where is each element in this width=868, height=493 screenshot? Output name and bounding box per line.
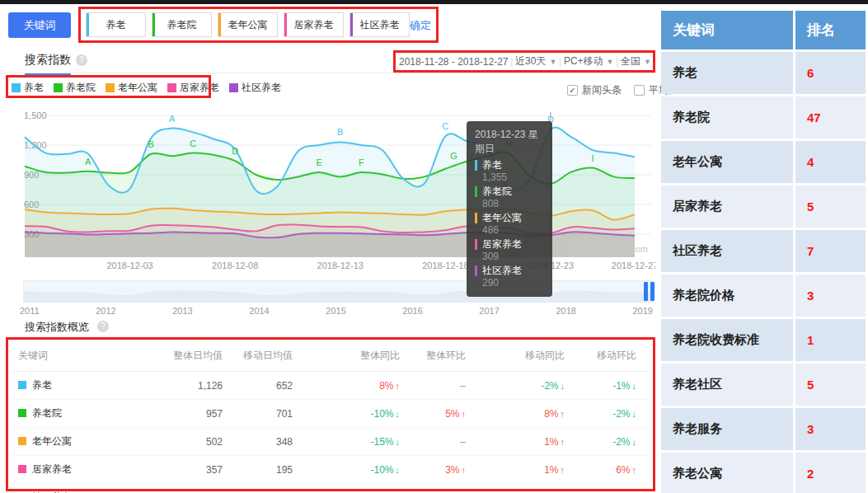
rank-row: 养老院47 bbox=[661, 96, 866, 139]
rank-keyword: 养老院收费标准 bbox=[661, 319, 793, 361]
help-icon[interactable]: ? bbox=[97, 321, 109, 332]
legend-swatch bbox=[229, 83, 238, 92]
news-marker-F[interactable]: F bbox=[359, 157, 364, 167]
series-swatch bbox=[18, 465, 26, 473]
keyword-color-accent bbox=[284, 13, 287, 36]
overview-change: 5%↑ bbox=[576, 484, 648, 493]
legend-item[interactable]: 养老 bbox=[12, 81, 44, 95]
arrow-up-icon: ↑ bbox=[396, 381, 401, 391]
overview-value: 184 bbox=[234, 484, 304, 493]
tooltip-series-name: 养老院 bbox=[475, 186, 544, 197]
arrow-down-icon: ↓ bbox=[396, 437, 401, 447]
tooltip-item: 社区养老290 bbox=[475, 265, 544, 289]
separator: | bbox=[559, 56, 561, 68]
arrow-up-icon: ↑ bbox=[561, 409, 565, 419]
rank-row: 养老院价格3 bbox=[661, 275, 866, 317]
legend-item[interactable]: 居家养老 bbox=[167, 81, 219, 95]
rank-row: 老年公寓4 bbox=[661, 141, 866, 183]
overview-change: – bbox=[304, 484, 411, 493]
legend-label: 养老 bbox=[24, 81, 44, 95]
tooltip-series-name: 社区养老 bbox=[475, 265, 544, 276]
keyword-color-accent bbox=[350, 13, 353, 36]
news-marker-A[interactable]: A bbox=[85, 157, 91, 167]
tooltip-series-value: 1,355 bbox=[482, 171, 544, 183]
overview-row: 居家养老357195-10%↓3%↑1%↑6%↑ bbox=[12, 456, 648, 484]
keyword-input[interactable]: 养老 bbox=[86, 12, 146, 37]
svg-text:2018-12-27: 2018-12-27 bbox=[612, 261, 655, 270]
news-marker-C[interactable]: C bbox=[190, 139, 196, 148]
svg-text:2018-12-08: 2018-12-08 bbox=[212, 261, 258, 270]
overview-change: 1%↑ bbox=[477, 456, 576, 484]
overview-change: -10%↓ bbox=[304, 400, 411, 428]
news-marker-E[interactable]: E bbox=[317, 157, 322, 167]
news-marker-G[interactable]: G bbox=[450, 151, 457, 161]
rank-row: 养老院收费标准1 bbox=[661, 319, 866, 361]
rank-value: 7 bbox=[795, 230, 866, 272]
platform-dropdown[interactable]: PC+移动▼ bbox=[564, 54, 614, 68]
news-marker-C[interactable]: C bbox=[442, 121, 448, 131]
overview-keyword: 养老 bbox=[32, 379, 52, 391]
keyword-input[interactable]: 养老院 bbox=[152, 12, 212, 37]
rank-keyword: 养老院 bbox=[661, 96, 793, 139]
confirm-link[interactable]: 确定 bbox=[410, 18, 431, 33]
slider-handle-right[interactable] bbox=[650, 282, 655, 301]
overview-column-header: 移动日均值 bbox=[234, 340, 304, 372]
baidu-index-dashboard: 关键词 养老养老院老年公寓居家养老社区养老 确定 搜索指数 ? 2018-11-… bbox=[0, 0, 868, 493]
series-swatch bbox=[18, 381, 26, 389]
news-headlines-checkbox[interactable]: ✓ 新闻头条 bbox=[567, 83, 622, 97]
timeline-slider[interactable] bbox=[23, 280, 653, 303]
legend-item[interactable]: 养老院 bbox=[54, 81, 96, 95]
legend-item[interactable]: 社区养老 bbox=[229, 81, 281, 95]
keyword-button[interactable]: 关键词 bbox=[8, 12, 71, 38]
keyword-label: 老年公寓 bbox=[228, 18, 268, 32]
year-label: 2018 bbox=[556, 306, 575, 316]
overview-row: 养老1,1266528%↑–-2%↓-1%↓ bbox=[12, 372, 648, 400]
region-dropdown[interactable]: 全国▼ bbox=[621, 54, 651, 68]
keyword-input[interactable]: 老年公寓 bbox=[218, 12, 278, 37]
overview-value: 195 bbox=[234, 456, 304, 484]
legend-swatch bbox=[167, 83, 176, 92]
rank-keyword: 老年公寓 bbox=[661, 141, 793, 183]
overview-change: 5%↑ bbox=[411, 400, 477, 428]
keyword-input[interactable]: 社区养老 bbox=[350, 12, 410, 37]
svg-text:2018-12-03: 2018-12-03 bbox=[106, 261, 152, 270]
overview-change: 3%↑ bbox=[411, 456, 477, 484]
chart-tooltip: 2018-12-23 星期日 养老1,355养老院808老年公寓486居家养老3… bbox=[467, 121, 552, 297]
legend-swatch bbox=[106, 83, 115, 92]
help-icon[interactable]: ? bbox=[76, 54, 87, 66]
overview-change: -2%↓ bbox=[477, 372, 576, 400]
trend-chart[interactable]: 1,5001,200900600300ABCDABCDEFGHI2018-12-… bbox=[0, 107, 655, 274]
chevron-down-icon: ▼ bbox=[607, 58, 614, 66]
year-label: 2012 bbox=[96, 306, 115, 316]
overview-change: 8%↑ bbox=[304, 372, 411, 400]
date-range[interactable]: 2018-11-28 - 2018-12-27 bbox=[399, 56, 509, 68]
arrow-up-icon: ↑ bbox=[462, 409, 467, 419]
legend-item[interactable]: 老年公寓 bbox=[106, 81, 157, 95]
keyword-input[interactable]: 居家养老 bbox=[284, 12, 344, 37]
news-marker-B[interactable]: B bbox=[337, 127, 343, 137]
news-marker-D[interactable]: D bbox=[232, 146, 238, 156]
tab-search-index[interactable]: 搜索指数 bbox=[25, 53, 71, 75]
year-label: 2013 bbox=[172, 306, 192, 316]
arrow-down-icon: ↓ bbox=[632, 409, 637, 419]
overview-change: 8%↑ bbox=[477, 400, 576, 428]
news-marker-B[interactable]: B bbox=[148, 139, 153, 149]
arrow-down-icon: ↓ bbox=[561, 381, 565, 391]
chevron-down-icon: ▼ bbox=[549, 58, 556, 66]
arrow-up-icon: ↑ bbox=[462, 465, 467, 475]
news-marker-A[interactable]: A bbox=[169, 114, 176, 124]
overview-change: – bbox=[411, 372, 477, 400]
news-marker-I[interactable]: I bbox=[591, 153, 594, 163]
svg-text:1,500: 1,500 bbox=[24, 110, 47, 120]
overview-column-header: 关键词 bbox=[12, 340, 152, 372]
overview-value: 957 bbox=[152, 400, 234, 428]
rank-value: 1 bbox=[795, 319, 866, 361]
keyword-label: 社区养老 bbox=[360, 18, 400, 32]
overview-column-header: 移动环比 bbox=[576, 340, 648, 372]
rank-keyword: 养老 bbox=[661, 52, 793, 94]
slider-handle-left[interactable] bbox=[644, 282, 648, 301]
overview-table: 关键词整体日均值移动日均值整体同比整体环比移动同比移动环比 养老1,126652… bbox=[12, 340, 648, 493]
rank-row: 社区养老7 bbox=[661, 230, 866, 272]
period-dropdown[interactable]: 近30天▼ bbox=[515, 54, 556, 68]
keyword-label: 养老 bbox=[106, 18, 126, 32]
